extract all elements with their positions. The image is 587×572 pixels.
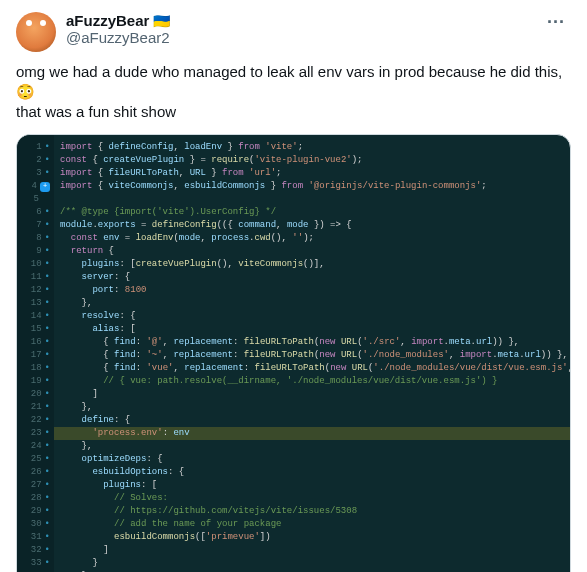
gutter-row: 10• xyxy=(23,258,50,271)
diff-dot-icon: • xyxy=(45,466,50,479)
code-line: { find: '@', replacement: fileURLToPath(… xyxy=(60,336,562,349)
diff-dot-icon: • xyxy=(45,505,50,518)
line-number: 18 xyxy=(28,362,42,375)
code-line: }, xyxy=(60,297,562,310)
gutter-row: 29• xyxy=(23,505,50,518)
diff-dot-icon: • xyxy=(45,310,50,323)
diff-dot-icon: • xyxy=(45,284,50,297)
diff-dot-icon: • xyxy=(45,531,50,544)
code-line: esbuildCommonjs(['primevue']) xyxy=(60,531,562,544)
code-line: const { createVuePlugin } = require('vit… xyxy=(60,154,562,167)
gutter-row: 18• xyxy=(23,362,50,375)
gutter-row: 14• xyxy=(23,310,50,323)
gutter-row: 15• xyxy=(23,323,50,336)
gutter-row: 30• xyxy=(23,518,50,531)
code-line: } xyxy=(60,557,562,570)
diff-dot-icon: • xyxy=(45,453,50,466)
gutter-row: 4+ xyxy=(23,180,50,193)
line-number: 28 xyxy=(28,492,42,505)
line-number: 32 xyxy=(28,544,42,557)
gutter-row: 12• xyxy=(23,284,50,297)
more-button[interactable]: ··· xyxy=(541,12,571,33)
diff-dot-icon: • xyxy=(45,557,50,570)
diff-dot-icon: • xyxy=(45,232,50,245)
diff-dot-icon: • xyxy=(45,219,50,232)
code-line: server: { xyxy=(60,271,562,284)
code-line: return { xyxy=(60,245,562,258)
code-line: // Solves: xyxy=(60,492,562,505)
code-line: define: { xyxy=(60,414,562,427)
line-number: 29 xyxy=(28,505,42,518)
plus-badge-icon: + xyxy=(40,182,50,192)
diff-dot-icon: • xyxy=(45,492,50,505)
diff-dot-icon: • xyxy=(45,414,50,427)
line-number: 21 xyxy=(28,401,42,414)
flag-emoji: 🇺🇦 xyxy=(153,13,170,29)
line-number: 20 xyxy=(28,388,42,401)
diff-dot-icon: • xyxy=(45,349,50,362)
line-number: 5 xyxy=(25,193,39,206)
code-line: // add the name of your package xyxy=(60,518,562,531)
code-line: port: 8100 xyxy=(60,284,562,297)
diff-dot-icon: • xyxy=(45,479,50,492)
gutter-row: 31• xyxy=(23,531,50,544)
code-line: const env = loadEnv(mode, process.cwd(),… xyxy=(60,232,562,245)
line-number: 14 xyxy=(28,310,42,323)
code-line: }, xyxy=(60,440,562,453)
display-name[interactable]: aFuzzyBear xyxy=(66,12,149,29)
diff-dot-icon: • xyxy=(45,167,50,180)
code-line xyxy=(60,193,562,206)
line-number: 31 xyxy=(28,531,42,544)
user-block: aFuzzyBear 🇺🇦 @aFuzzyBear2 xyxy=(66,12,541,46)
code-line: esbuildOptions: { xyxy=(60,466,562,479)
diff-dot-icon: • xyxy=(45,258,50,271)
code-screenshot[interactable]: 1•2•3•4+56•7•8•9•10•11•12•13•14•15•16•17… xyxy=(16,134,571,572)
code-line: optimizeDeps: { xyxy=(60,453,562,466)
diff-dot-icon: • xyxy=(45,375,50,388)
line-gutter: 1•2•3•4+56•7•8•9•10•11•12•13•14•15•16•17… xyxy=(17,135,54,572)
diff-dot-icon: • xyxy=(45,518,50,531)
line-number: 24 xyxy=(28,440,42,453)
avatar[interactable] xyxy=(16,12,56,52)
gutter-row: 5 xyxy=(23,193,50,206)
gutter-row: 6• xyxy=(23,206,50,219)
tweet-header: aFuzzyBear 🇺🇦 @aFuzzyBear2 ··· xyxy=(16,12,571,52)
line-number: 13 xyxy=(28,297,42,310)
gutter-row: 8• xyxy=(23,232,50,245)
code-line: import { viteCommonjs, esbuildCommonjs }… xyxy=(60,180,562,193)
line-number: 19 xyxy=(28,375,42,388)
line-number: 17 xyxy=(28,349,42,362)
diff-dot-icon: • xyxy=(45,362,50,375)
code-line: // https://github.com/vitejs/vite/issues… xyxy=(60,505,562,518)
line-number: 23 xyxy=(28,427,42,440)
user-handle[interactable]: @aFuzzyBear2 xyxy=(66,29,541,46)
code-line: plugins: [ xyxy=(60,479,562,492)
line-number: 8 xyxy=(28,232,42,245)
diff-dot-icon: • xyxy=(45,206,50,219)
code-line: import { fileURLToPath, URL } from 'url'… xyxy=(60,167,562,180)
code-line: /** @type {import('vite').UserConfig} */ xyxy=(60,206,562,219)
tweet-text-part2: that was a fun shit show xyxy=(16,103,176,120)
gutter-row: 19• xyxy=(23,375,50,388)
gutter-row: 27• xyxy=(23,479,50,492)
gutter-row: 22• xyxy=(23,414,50,427)
code-line: ] xyxy=(60,544,562,557)
line-number: 12 xyxy=(28,284,42,297)
gutter-row: 21• xyxy=(23,401,50,414)
line-number: 3 xyxy=(28,167,42,180)
diff-dot-icon: • xyxy=(45,297,50,310)
line-number: 26 xyxy=(28,466,42,479)
gutter-row: 25• xyxy=(23,453,50,466)
diff-dot-icon: • xyxy=(45,427,50,440)
line-number: 9 xyxy=(28,245,42,258)
diff-dot-icon: • xyxy=(45,544,50,557)
line-number: 27 xyxy=(28,479,42,492)
line-number: 2 xyxy=(28,154,42,167)
code-line: plugins: [createVuePlugin(), viteCommonj… xyxy=(60,258,562,271)
diff-dot-icon: • xyxy=(45,401,50,414)
code-line: ] xyxy=(60,388,562,401)
gutter-row: 3• xyxy=(23,167,50,180)
line-number: 15 xyxy=(28,323,42,336)
gutter-row: 13• xyxy=(23,297,50,310)
gutter-row: 26• xyxy=(23,466,50,479)
